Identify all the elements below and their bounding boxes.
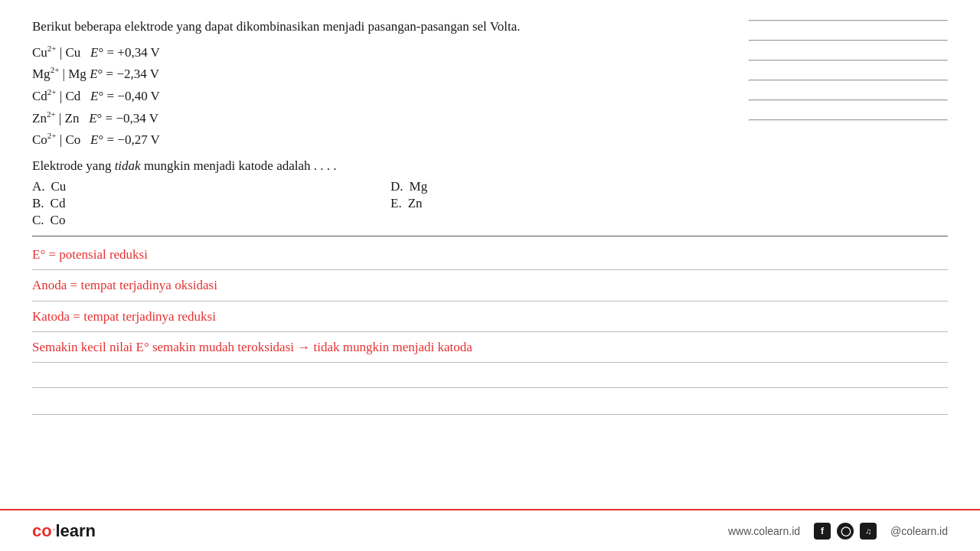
tiktok-icon: ♫ <box>860 523 877 540</box>
electrode-formula-1: Cu2+ | Cu E° = +0,34 V <box>32 41 160 64</box>
website-url: www.colearn.id <box>728 525 800 537</box>
answer-e: E. Zn <box>390 196 749 211</box>
right-line-2 <box>749 40 948 41</box>
answer-d: D. Mg <box>390 179 749 194</box>
right-line-3 <box>749 60 948 61</box>
divider-exp-4 <box>32 362 948 363</box>
answer-b-value: Cd <box>51 196 66 211</box>
electrode-row-3: Cd2+ | Cd E° = −0,40 V <box>32 85 749 107</box>
logo: co·learn <box>32 521 96 541</box>
electrode-formula-3: Cd2+ | Cd E° = −0,40 V <box>32 85 160 107</box>
answer-a-letter: A. <box>32 179 45 194</box>
answer-d-value: Mg <box>410 179 428 194</box>
explanation-4: Semakin kecil nilai E° semakin mudah ter… <box>32 337 948 357</box>
divider-exp-3 <box>32 331 948 332</box>
main-divider <box>32 236 948 236</box>
sub-question-italic: tidak <box>115 158 141 173</box>
logo-dot: · <box>53 526 55 534</box>
divider-exp-2 <box>32 301 948 302</box>
right-line-1 <box>749 20 948 21</box>
answer-a: A. Cu <box>32 179 390 194</box>
sub-question: Elektrode yang tidak mungkin menjadi kat… <box>32 155 749 176</box>
logo-co: co <box>32 521 52 541</box>
electrode-row-1: Cu2+ | Cu E° = +0,34 V <box>32 41 749 64</box>
answer-c-value: Co <box>51 213 66 228</box>
answer-c-letter: C. <box>32 213 44 228</box>
answer-b: B. Cd <box>32 196 390 211</box>
social-handle: @colearn.id <box>890 525 948 537</box>
answer-a-value: Cu <box>51 179 67 194</box>
answer-b-letter: B. <box>32 196 44 211</box>
electrode-formula-5: Co2+ | Co E° = −0,27 V <box>32 129 160 151</box>
right-line-6 <box>749 119 948 121</box>
question-intro: Berikut beberapa elektrode yang dapat di… <box>32 17 749 37</box>
sub-question-prefix: Elektrode yang <box>32 158 115 173</box>
right-lines <box>749 17 948 121</box>
divider-exp-1 <box>32 269 948 270</box>
footer: co·learn www.colearn.id f ◯ ♫ @colearn.i… <box>0 509 980 551</box>
right-line-5 <box>749 99 948 101</box>
logo-learn: learn <box>55 521 96 541</box>
answer-grid: A. Cu D. Mg B. Cd E. Zn C. Co <box>32 179 749 228</box>
instagram-icon: ◯ <box>837 523 854 540</box>
electrode-list: Cu2+ | Cu E° = +0,34 V Mg2+ | Mg E° = −2… <box>32 41 749 152</box>
electrode-row-5: Co2+ | Co E° = −0,27 V <box>32 129 749 151</box>
electrode-row-4: Zn2+ | Zn E° = −0,34 V <box>32 107 749 129</box>
electrode-formula-4: Zn2+ | Zn E° = −0,34 V <box>32 107 158 129</box>
explanation-3: Katoda = tempat terjadinya reduksi <box>32 306 948 327</box>
answer-c: C. Co <box>32 213 390 228</box>
bottom-line-1 <box>32 387 948 388</box>
social-icons: f ◯ ♫ <box>814 523 877 540</box>
electrode-formula-2: Mg2+ | Mg E° = −2,34 V <box>32 63 159 85</box>
explanations: E° = potensial reduksi Anoda = tempat te… <box>32 244 948 363</box>
electrode-row-2: Mg2+ | Mg E° = −2,34 V <box>32 63 749 85</box>
right-line-4 <box>749 80 948 81</box>
bottom-line-2 <box>32 414 948 415</box>
footer-right: www.colearn.id f ◯ ♫ @colearn.id <box>728 523 948 540</box>
answer-d-letter: D. <box>390 179 403 194</box>
answer-e-value: Zn <box>408 196 423 211</box>
explanation-1: E° = potensial reduksi <box>32 244 948 265</box>
explanation-2: Anoda = tempat terjadinya oksidasi <box>32 275 948 295</box>
facebook-icon: f <box>814 523 831 540</box>
answer-e-letter: E. <box>390 196 402 211</box>
sub-question-suffix: mungkin menjadi katode adalah . . . . <box>141 158 337 173</box>
